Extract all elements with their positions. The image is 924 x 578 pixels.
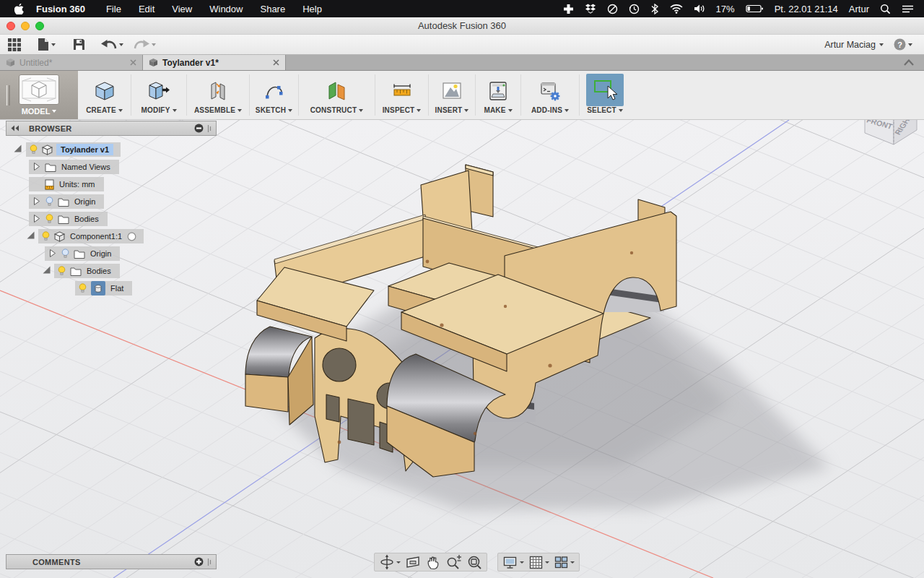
collapse-ribbon-chevron[interactable]	[904, 55, 914, 70]
component-icon	[54, 231, 65, 242]
tree-label[interactable]: Component1:1	[69, 231, 123, 241]
disclosure-expanded-icon[interactable]	[42, 264, 51, 277]
close-window-button[interactable]	[6, 22, 15, 30]
bulb-visible-icon[interactable]	[78, 283, 87, 294]
zoom-button[interactable]	[445, 554, 462, 570]
tree-label[interactable]: Bodies	[85, 266, 113, 276]
data-panel-grid-button[interactable]	[7, 38, 22, 52]
minimize-window-button[interactable]	[21, 22, 30, 30]
file-menu-button[interactable]	[38, 38, 56, 51]
ribbon-group-addins[interactable]: ADD-INS	[521, 71, 579, 119]
orbit-button[interactable]	[379, 554, 401, 570]
menu-window[interactable]: Window	[201, 4, 251, 14]
menu-help[interactable]: Help	[294, 4, 331, 14]
wifi-icon[interactable]	[670, 4, 683, 14]
grid-settings-button[interactable]	[528, 555, 549, 570]
ribbon-group-insert[interactable]: INSERT	[429, 71, 475, 119]
menubar-app-name[interactable]: Fusion 360	[36, 4, 85, 14]
display-settings-button[interactable]	[502, 555, 524, 570]
menu-edit[interactable]: Edit	[130, 4, 163, 14]
ribbon-group-modify[interactable]: MODIFY	[131, 71, 186, 119]
redo-button[interactable]	[134, 39, 156, 51]
menubar-clock[interactable]: Pt. 22.01 21:14	[775, 4, 838, 14]
panel-drag-grip[interactable]	[207, 558, 212, 566]
tree-row-units[interactable]: Units: mm	[6, 176, 217, 193]
disclosure-collapsed-icon[interactable]	[32, 162, 41, 173]
look-at-button[interactable]	[405, 554, 421, 570]
ribbon-group-make[interactable]: MAKE	[476, 71, 520, 119]
tab-toylander[interactable]: Toylander v1*	[143, 55, 286, 70]
tree-label[interactable]: Bodies	[73, 214, 100, 224]
ribbon-group-create[interactable]: CREATE	[78, 71, 131, 119]
close-tab-icon[interactable]	[273, 59, 279, 66]
tree-row-bodies-2[interactable]: Bodies	[6, 262, 217, 280]
undo-button[interactable]	[101, 39, 123, 51]
disclosure-collapsed-icon[interactable]	[32, 197, 41, 207]
zoom-window-button[interactable]	[35, 22, 44, 30]
workspace-selector[interactable]: MODEL	[0, 71, 78, 119]
disclosure-collapsed-icon[interactable]	[32, 214, 41, 225]
disclosure-collapsed-icon[interactable]	[48, 249, 57, 259]
do-not-disturb-icon[interactable]	[607, 4, 618, 14]
viewports-button[interactable]	[554, 555, 575, 570]
tree-label[interactable]: Toylander v1	[56, 144, 113, 155]
view-cube[interactable]: TOP FRONT RIGHT	[865, 120, 917, 144]
close-tab-icon[interactable]	[130, 59, 136, 66]
display-dropdown-caret[interactable]	[520, 561, 524, 564]
help-button[interactable]: ?	[894, 38, 912, 51]
menu-share[interactable]: Share	[251, 4, 294, 14]
account-menu[interactable]: Artur Maciag	[824, 40, 884, 50]
ribbon-group-select[interactable]: SELECT	[580, 71, 630, 119]
tree-row-origin-2[interactable]: Origin	[6, 245, 217, 262]
orbit-dropdown-caret[interactable]	[396, 561, 401, 564]
ribbon-group-assemble[interactable]: ASSEMBLE	[187, 71, 249, 119]
menu-file[interactable]: File	[97, 4, 130, 14]
bulb-visible-icon[interactable]	[57, 266, 66, 277]
tree-label[interactable]: Flat	[109, 283, 125, 293]
panel-drag-grip[interactable]	[207, 124, 212, 133]
pan-button[interactable]	[425, 554, 441, 570]
menu-view[interactable]: View	[163, 4, 201, 14]
bluetooth-icon[interactable]	[650, 4, 659, 14]
tree-row-flat[interactable]: Flat	[6, 280, 217, 297]
tree-row-component1[interactable]: Component1:1	[6, 228, 217, 245]
notification-center-icon[interactable]	[902, 4, 914, 14]
bulb-visible-icon[interactable]	[45, 214, 54, 225]
tab-untitled[interactable]: Untitled*	[0, 55, 143, 70]
menubar-user[interactable]: Artur	[849, 4, 869, 14]
collapse-panel-icon[interactable]	[11, 125, 19, 131]
activate-component-radio[interactable]	[127, 232, 136, 241]
browser-header[interactable]: BROWSER	[6, 121, 217, 136]
time-machine-icon[interactable]	[629, 4, 640, 14]
viewport-canvas[interactable]: TOP FRONT RIGHT BROWSER Toylander v1	[0, 120, 924, 578]
tree-label[interactable]: Origin	[73, 197, 97, 207]
fit-button[interactable]	[466, 554, 482, 570]
apple-menu-icon[interactable]	[14, 4, 24, 14]
hide-panel-minus-icon[interactable]	[194, 124, 204, 133]
expand-panel-plus-icon[interactable]	[194, 557, 204, 566]
bulb-hidden-icon[interactable]	[45, 197, 54, 207]
tree-row-toylander[interactable]: Toylander v1	[6, 141, 217, 158]
ribbon-group-construct[interactable]: CONSTRUCT	[299, 71, 375, 119]
bulb-hidden-icon[interactable]	[61, 249, 70, 259]
tree-label[interactable]: Units: mm	[58, 179, 97, 189]
tree-row-origin[interactable]: Origin	[6, 193, 217, 210]
grid-dropdown-caret[interactable]	[545, 561, 549, 564]
bulb-visible-icon[interactable]	[29, 144, 38, 155]
spotlight-search-icon[interactable]	[880, 4, 891, 14]
bulb-visible-icon[interactable]	[41, 231, 51, 242]
health-plus-icon[interactable]	[563, 4, 574, 14]
save-button[interactable]	[73, 38, 85, 51]
disclosure-expanded-icon[interactable]	[26, 230, 35, 243]
tree-label[interactable]: Named Views	[60, 162, 112, 172]
dropbox-icon[interactable]	[585, 4, 596, 14]
ribbon-group-sketch[interactable]: SKETCH	[250, 71, 298, 119]
tree-row-named-views[interactable]: Named Views	[6, 158, 217, 176]
volume-icon[interactable]	[694, 4, 705, 14]
tree-row-bodies[interactable]: Bodies	[6, 210, 217, 228]
viewports-dropdown-caret[interactable]	[570, 561, 575, 564]
disclosure-expanded-icon[interactable]	[13, 143, 22, 156]
ribbon-group-inspect[interactable]: INSPECT	[375, 71, 428, 119]
tree-label[interactable]: Origin	[89, 249, 113, 259]
comments-header[interactable]: COMMENTS	[6, 554, 217, 569]
